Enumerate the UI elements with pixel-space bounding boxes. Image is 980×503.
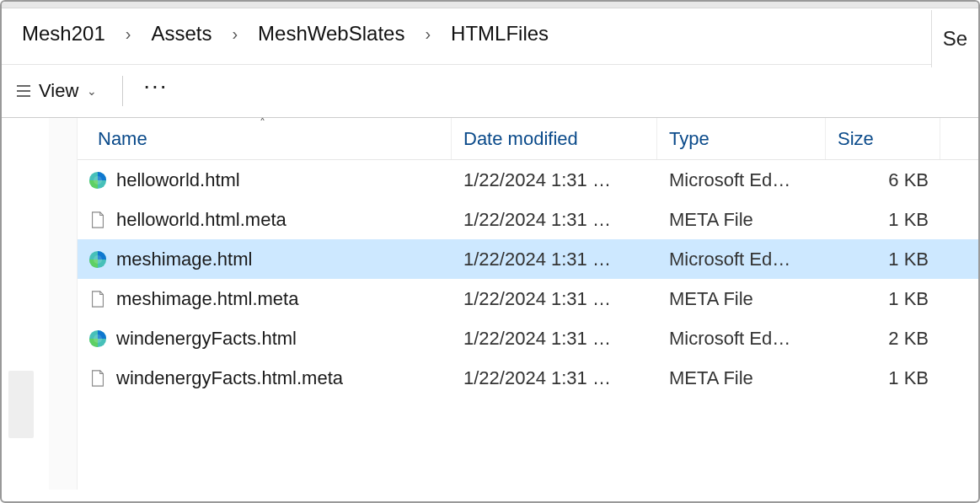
table-row[interactable]: helloworld.html1/22/2024 1:31 …Microsoft… [78,160,978,200]
chevron-right-icon: › [223,24,246,44]
cell-name: helloworld.html.meta [78,209,452,231]
search-partial-text: Se [943,27,967,51]
column-header-date-label: Date modified [463,128,578,150]
view-label: View [39,80,78,102]
column-header-type[interactable]: Type [657,118,826,159]
breadcrumb-item-0[interactable]: Mesh201 [13,19,114,49]
chevron-right-icon: › [117,24,140,44]
cell-size: 1 KB [826,249,940,270]
table-row[interactable]: meshimage.html1/22/2024 1:31 …Microsoft … [78,239,978,279]
cell-name: meshimage.html.meta [78,288,452,310]
file-name: helloworld.html.meta [116,209,287,231]
cell-type: META File [657,209,826,231]
column-header-size[interactable]: Size [826,118,940,159]
column-header-name[interactable]: Name ˄ [78,118,452,159]
nav-splitter[interactable] [49,118,78,490]
cell-size: 2 KB [826,328,940,350]
file-name: meshimage.html.meta [116,288,298,310]
toolbar: View ⌄ ··· [2,64,978,118]
chevron-right-icon: › [416,24,439,44]
scrollbar[interactable] [8,371,34,438]
cell-date: 1/22/2024 1:31 … [452,209,657,231]
edge-browser-icon [88,170,108,190]
cell-name: meshimage.html [78,249,452,270]
cell-size: 1 KB [826,209,940,231]
chevron-down-icon: ⌄ [87,84,97,98]
cell-type: META File [657,367,826,389]
window-top-strip [2,2,978,8]
cell-type: META File [657,288,826,310]
file-rows: helloworld.html1/22/2024 1:31 …Microsoft… [78,160,978,398]
list-view-icon [15,83,32,99]
table-row[interactable]: helloworld.html.meta1/22/2024 1:31 …META… [78,200,978,239]
column-headers: Name ˄ Date modified Type Size [78,118,978,160]
cell-size: 1 KB [826,288,940,310]
cell-size: 6 KB [826,169,940,191]
file-name: windenergyFacts.html.meta [116,367,343,389]
cell-size: 1 KB [826,367,940,389]
table-row[interactable]: windenergyFacts.html1/22/2024 1:31 …Micr… [78,318,978,358]
breadcrumb-item-3[interactable]: HTMLFiles [442,19,557,49]
file-name: meshimage.html [116,249,252,270]
breadcrumb-item-1[interactable]: Assets [142,19,220,49]
column-header-type-label: Type [669,128,710,150]
blank-file-icon [88,210,108,230]
cell-name: helloworld.html [78,169,452,191]
search-input[interactable]: Se [931,10,978,67]
table-row[interactable]: windenergyFacts.html.meta1/22/2024 1:31 … [78,358,978,398]
cell-name: windenergyFacts.html [78,328,452,350]
column-header-name-label: Name [98,128,147,150]
view-button[interactable]: View ⌄ [10,75,110,107]
breadcrumb: Mesh201 › Assets › MeshWebSlates › HTMLF… [2,8,978,64]
sort-ascending-icon: ˄ [260,118,265,130]
file-explorer-main: Name ˄ Date modified Type Size helloworl… [2,118,978,490]
file-name: windenergyFacts.html [116,328,297,350]
cell-date: 1/22/2024 1:31 … [452,288,657,310]
cell-date: 1/22/2024 1:31 … [452,367,657,389]
cell-date: 1/22/2024 1:31 … [452,249,657,270]
toolbar-divider [122,76,123,106]
file-list-pane: Name ˄ Date modified Type Size helloworl… [78,118,978,490]
edge-browser-icon [88,249,108,270]
cell-type: Microsoft Ed… [657,169,826,191]
cell-date: 1/22/2024 1:31 … [452,328,657,350]
cell-date: 1/22/2024 1:31 … [452,169,657,191]
edge-browser-icon [88,329,108,349]
left-gutter [2,118,49,490]
cell-name: windenergyFacts.html.meta [78,367,452,389]
breadcrumb-item-2[interactable]: MeshWebSlates [249,19,413,49]
column-header-size-label: Size [838,128,874,150]
more-button[interactable]: ··· [135,82,176,90]
cell-type: Microsoft Ed… [657,249,826,270]
file-name: helloworld.html [116,169,240,191]
blank-file-icon [88,289,108,309]
blank-file-icon [88,368,108,388]
cell-type: Microsoft Ed… [657,328,826,350]
table-row[interactable]: meshimage.html.meta1/22/2024 1:31 …META … [78,279,978,318]
column-header-date[interactable]: Date modified [452,118,657,159]
